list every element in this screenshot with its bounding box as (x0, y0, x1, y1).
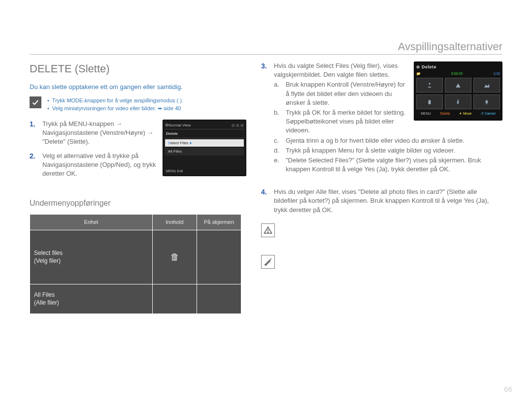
gear-icon: ⚙ (416, 64, 420, 70)
thumbnail (473, 94, 500, 109)
step-text: Hvis du velger Alle filer, vises "Delete… (274, 188, 502, 215)
page: Avspillingsalternativer DELETE (Slette) … (0, 0, 532, 407)
camera-menu-screen: ⚙ Normal View ▧ ▧ ▧ Delete SSelect Files… (163, 120, 246, 176)
svg-point-5 (267, 232, 268, 232)
note-block: •Trykk MODE-knappen for å velge avspilli… (30, 96, 246, 113)
submenu-title: Undermenyoppføringer (30, 198, 246, 209)
steps-1-2-with-screen: 1. Trykk på MENU-knappen → Navigasjonsta… (30, 120, 246, 183)
device-time: 0:00:55 (451, 71, 463, 76)
svg-point-2 (458, 100, 459, 101)
table-row: Select files (Velg filer) 🗑 (30, 230, 241, 284)
step-number: 2. (30, 152, 38, 179)
table-header-unit: Enhet (30, 214, 153, 230)
substep-letter: a. (274, 80, 283, 107)
thumbnail (445, 78, 471, 93)
step-3: 3. ⚙ Delete 📁 0:00:55 1/10 (261, 62, 502, 174)
check-icon (30, 96, 41, 108)
step-4: 4. Hvis du velger Alle filer, vises "Del… (261, 188, 502, 215)
step-number: 4. (261, 188, 270, 215)
substep-text: Gjenta trinn a og b for hvert bilde elle… (286, 136, 465, 145)
warning-icon (261, 223, 275, 237)
thumbnail (416, 78, 443, 93)
step-text: Trykk på MENU-knappen → Navigasjonstaste… (42, 120, 158, 147)
screen-row-select-files: SSelect Fileselect Files ● (165, 139, 244, 147)
left-column: DELETE (Slette) Du kan slette opptakene … (30, 62, 246, 314)
gear-icon: ⚙ (165, 123, 168, 128)
substep-letter: b. (274, 108, 283, 135)
svg-rect-1 (429, 100, 431, 104)
note-bullets: •Trykk MODE-knappen for å velge avspilli… (46, 96, 183, 113)
submenu-table: Enhet Innhold På skjermen Select files (… (30, 214, 241, 314)
row-label: All Files (34, 291, 148, 299)
trash-icon: 🗑 (170, 252, 179, 262)
device-delete-label: Delete (440, 111, 450, 116)
camera-delete-screen: ⚙ Delete 📁 0:00:55 1/10 (414, 62, 502, 121)
thumbnail (416, 94, 443, 109)
folder-icon: 📁 (416, 71, 421, 76)
intro-text: Du kan slette opptakene ett om gangen el… (30, 83, 246, 92)
step-text: Velg et alternative ved å trykke på Navi… (42, 152, 158, 179)
table-header-onscreen: På skjermen (197, 214, 241, 230)
right-column: 3. ⚙ Delete 📁 0:00:55 1/10 (261, 62, 502, 314)
svg-point-0 (429, 83, 431, 85)
table-row: All Files (Alle filer) (30, 284, 241, 313)
header-divider (30, 54, 502, 55)
substep-text: Trykk på knappen Menu for å slette valgt… (286, 146, 455, 155)
substep-letter: e. (274, 156, 283, 174)
section-title: DELETE (Slette) (30, 62, 246, 77)
svg-rect-3 (486, 103, 487, 105)
device-menu-label: MENU (421, 111, 431, 116)
device-cancel-label: ↺ Cancel (481, 111, 496, 116)
header-title: Avspillingsalternativer (398, 39, 502, 55)
note-bullet-1: Trykk MODE-knappen for å velge avspillin… (52, 96, 183, 105)
thumbnail-grid (416, 78, 500, 109)
screen-mode-label: Normal View (168, 123, 191, 128)
row-label: Select files (34, 249, 148, 257)
step-number: 3. (261, 62, 270, 174)
substep-text: "Delete Selected Files?" (Slette valgte … (286, 156, 502, 174)
page-number: 66 (504, 384, 512, 394)
note-bullet-2: Velg miniatyrvisningen for video eller b… (52, 104, 181, 113)
table-header-content: Innhold (153, 214, 197, 230)
screen-menu-delete: Delete (165, 129, 244, 138)
device-count: 1/10 (493, 71, 500, 76)
substep-text: Trykk på OK for å merke bildet for slett… (286, 108, 409, 135)
row-sublabel: (Velg filer) (34, 257, 148, 265)
thumbnail (473, 78, 500, 93)
thumbnail (445, 94, 471, 109)
two-column-layout: DELETE (Slette) Du kan slette opptakene … (30, 62, 502, 314)
svg-line-6 (265, 258, 271, 265)
no-edit-icon (261, 255, 275, 269)
row-sublabel: (Alle filer) (34, 299, 148, 307)
step-2: 2. Velg et alternative ved å trykke på N… (30, 152, 158, 179)
substep-letter: d. (274, 146, 283, 155)
device-move-label: ✦ Move (459, 111, 471, 116)
screen-row-all-files: All Files (165, 148, 244, 155)
screen-bottom-label: MENU Exit (166, 169, 183, 174)
substep-letter: c. (274, 136, 283, 145)
substep-text: Bruk knappen Kontroll (Venstre/Høyre) fo… (286, 80, 409, 107)
step-1: 1. Trykk på MENU-knappen → Navigasjonsta… (30, 120, 158, 147)
step-number: 1. (30, 120, 38, 147)
device-screen-title: Delete (422, 64, 436, 70)
